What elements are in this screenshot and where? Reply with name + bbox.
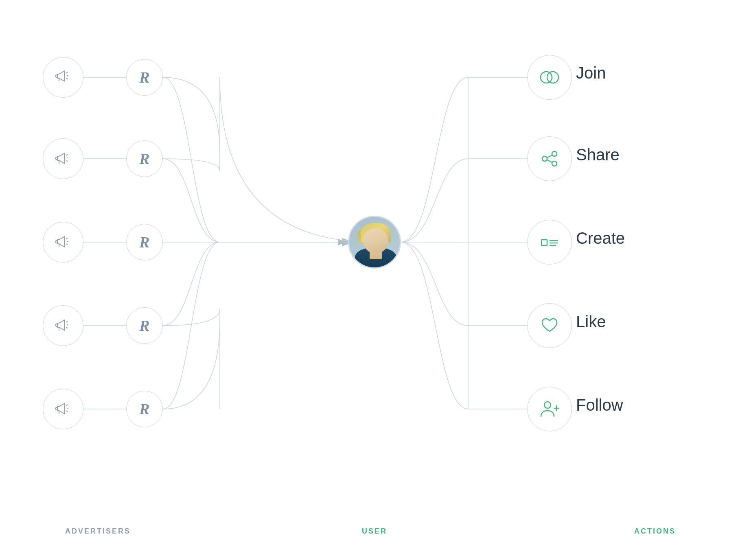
create-label: Create	[576, 229, 625, 247]
svg-line-25	[66, 244, 68, 245]
r-letter-2: R	[139, 233, 149, 251]
r-node-1: R	[126, 140, 163, 177]
join-label: Join	[576, 64, 606, 82]
svg-point-33	[541, 72, 552, 83]
advertiser-icon-0	[43, 57, 83, 98]
user-avatar	[348, 216, 401, 269]
svg-line-38	[547, 155, 552, 158]
svg-marker-32	[338, 239, 346, 245]
advertiser-icon-1	[43, 138, 83, 179]
svg-line-31	[66, 411, 68, 412]
svg-line-22	[66, 160, 68, 162]
like-label: Like	[576, 313, 606, 331]
user-label: USER	[362, 527, 387, 536]
create-icon	[538, 232, 561, 253]
share-icon	[539, 148, 560, 169]
like-icon	[539, 315, 560, 336]
svg-line-39	[547, 160, 552, 163]
megaphone-icon-2	[54, 232, 72, 252]
svg-line-29	[66, 405, 68, 406]
action-node-join[interactable]	[527, 55, 572, 100]
svg-line-19	[66, 78, 68, 79]
svg-line-17	[66, 72, 68, 73]
megaphone-icon-0	[54, 67, 72, 88]
r-node-0: R	[126, 59, 163, 96]
connection-lines	[0, 0, 749, 560]
svg-point-37	[542, 156, 547, 161]
action-node-follow[interactable]	[527, 387, 572, 431]
advertiser-icon-2	[43, 222, 83, 262]
megaphone-icon-1	[54, 149, 72, 168]
r-node-2: R	[126, 224, 163, 260]
svg-point-44	[544, 402, 551, 408]
r-letter-3: R	[139, 317, 149, 335]
diagram-container: R R	[0, 0, 749, 560]
actions-label: ACTIONS	[634, 527, 676, 536]
advertiser-icon-4	[43, 389, 83, 429]
megaphone-icon-4	[54, 399, 72, 419]
action-node-like[interactable]	[527, 303, 572, 348]
svg-line-26	[66, 321, 68, 322]
arrow-icon	[338, 237, 350, 249]
svg-rect-40	[541, 240, 547, 245]
megaphone-icon-3	[54, 316, 72, 335]
advertisers-label: ADVERTISERS	[65, 527, 131, 536]
action-node-create[interactable]	[527, 220, 572, 265]
r-letter-4: R	[139, 400, 149, 418]
svg-line-28	[66, 327, 68, 328]
follow-label: Follow	[576, 396, 623, 414]
svg-point-36	[552, 161, 557, 166]
advertiser-icon-3	[43, 305, 83, 346]
follow-icon	[538, 398, 561, 420]
action-node-share[interactable]	[527, 136, 572, 181]
r-node-4: R	[126, 391, 163, 427]
share-label: Share	[576, 146, 620, 164]
r-letter-1: R	[139, 150, 149, 168]
r-node-3: R	[126, 307, 163, 344]
svg-line-23	[66, 238, 68, 239]
svg-line-20	[66, 154, 68, 155]
join-icon	[539, 67, 560, 88]
r-letter-0: R	[139, 68, 149, 86]
svg-point-35	[552, 151, 557, 156]
svg-point-34	[547, 72, 558, 83]
